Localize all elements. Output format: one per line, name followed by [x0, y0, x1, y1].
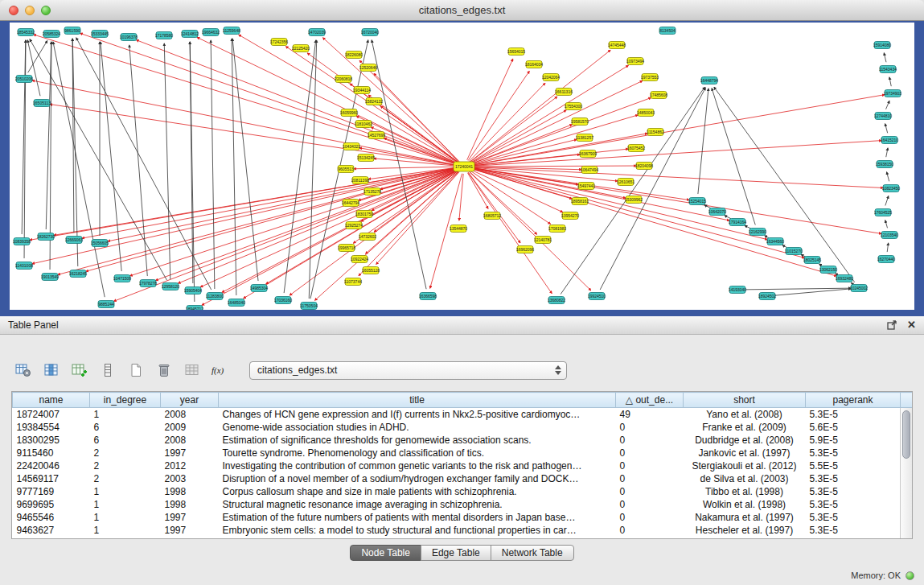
- graph-edge: [470, 97, 651, 163]
- table-row[interactable]: 1872400712008Changes of HCN gene express…: [13, 408, 913, 421]
- table-row[interactable]: 2242004622012Investigating the contribut…: [13, 459, 913, 472]
- vertical-scrollbar[interactable]: [900, 408, 912, 538]
- svg-text:f(x): f(x): [211, 365, 224, 376]
- table-cell: 2008: [161, 434, 219, 447]
- graph-edge: [136, 40, 457, 164]
- graph-edge: [202, 170, 458, 305]
- graph-node-label: 11015270: [785, 249, 803, 253]
- graph-node-label: 19664632: [202, 30, 220, 35]
- graph-node-label: 12140781: [534, 237, 552, 242]
- table-cell: 19384554: [13, 421, 90, 434]
- function-builder-button[interactable]: f(x): [208, 360, 232, 381]
- table-cell: 2003: [161, 472, 219, 485]
- table-disabled-button[interactable]: [180, 360, 204, 381]
- graph-node-label: 12744810: [874, 113, 892, 118]
- graph-edge: [471, 169, 837, 277]
- graph-node-label: 11073744: [344, 279, 362, 284]
- table-row[interactable]: 1456911722003Disruption of a novel membe…: [13, 472, 913, 485]
- graph-node-label: 16611316: [555, 89, 573, 94]
- table-row[interactable]: 946554611997Estimation of the future num…: [13, 511, 913, 524]
- tab-node-table[interactable]: Node Table: [350, 545, 421, 561]
- graph-edge: [471, 166, 636, 167]
- table-cell: de Silva et al. (2003): [684, 472, 806, 485]
- tab-network-table[interactable]: Network Table: [491, 545, 574, 561]
- tab-edge-table[interactable]: Edge Table: [421, 545, 491, 561]
- graph-node-label: 10434321: [343, 144, 360, 149]
- column-header[interactable]: pagerank: [806, 393, 901, 408]
- network-table-select[interactable]: citations_edges.txt: [249, 361, 567, 380]
- table-cell: Wolkin et al. (1998): [684, 498, 806, 511]
- table-cell: 5.3E-5: [806, 511, 901, 524]
- table-row[interactable]: 977716911998Corpus callosum shape and si…: [13, 485, 913, 498]
- graph-node-label: 18226080: [345, 52, 363, 57]
- graph-node-label: 16367909: [579, 151, 597, 156]
- graph-edge: [887, 243, 888, 252]
- graph-edge: [232, 39, 236, 295]
- table-cell: 2: [90, 459, 161, 472]
- table-cell: 5.3E-5: [806, 472, 901, 485]
- network-canvas[interactable]: 1724004118226080125206462206081819344114…: [10, 23, 914, 310]
- column-header[interactable]: short: [684, 393, 806, 408]
- table-cell: Tibbo et al. (1998): [684, 485, 806, 498]
- table-disabled-icon: [184, 363, 200, 377]
- table-cell: Nakamura et al. (1997): [684, 511, 806, 524]
- graph-node-label: 10245002: [850, 286, 868, 290]
- delete-button[interactable]: [152, 360, 176, 381]
- graph-edge: [470, 171, 537, 234]
- graph-node-label: 15134245: [357, 155, 375, 160]
- graph-node-label: 9605513: [338, 167, 354, 171]
- table-row[interactable]: 911546021997Tourette syndrome. Phenomeno…: [13, 447, 913, 459]
- table-row[interactable]: 1830029562008Estimation of significance …: [13, 434, 913, 447]
- graph-node-label: 11431008: [15, 263, 33, 268]
- graph-edge: [712, 89, 755, 225]
- new-file-button[interactable]: [124, 360, 148, 381]
- graph-node-label: 12610651: [617, 179, 634, 184]
- table-cell: Estimation of significance thresholds fo…: [219, 434, 616, 447]
- node-table-header[interactable]: namein_degreeyeartitle△ out_de...shortpa…: [13, 393, 913, 408]
- column-header[interactable]: △ out_de...: [616, 393, 684, 408]
- graph-node-label: 16075452: [627, 146, 645, 150]
- memory-status-icon: [906, 571, 914, 580]
- graph-node-label: 10922424: [351, 257, 368, 262]
- table-settings-button[interactable]: [11, 360, 35, 381]
- window-titlebar[interactable]: citations_edges.txt: [0, 0, 924, 21]
- column-header[interactable]: name: [13, 393, 90, 408]
- graph-node-label: 13680822: [548, 298, 565, 303]
- zoom-window-button[interactable]: [41, 6, 51, 15]
- graph-edge: [53, 42, 105, 297]
- graph-edge: [819, 264, 823, 266]
- graph-node-label: 11543434: [879, 67, 897, 72]
- table-cell: 9699695: [13, 498, 90, 511]
- new-file-icon: [128, 363, 144, 377]
- graph-node-label: 12958120: [162, 284, 179, 289]
- table-panel-body: f(x) citations_edges.txt: [0, 359, 924, 561]
- table-cell: 1998: [161, 498, 219, 511]
- show-columns-button[interactable]: [39, 360, 64, 381]
- column-header[interactable]: title: [219, 393, 616, 408]
- graph-edge: [704, 205, 711, 208]
- minimize-window-button[interactable]: [25, 6, 35, 15]
- graph-node-label: 15654015: [507, 49, 525, 54]
- scrollbar-thumb[interactable]: [902, 410, 910, 459]
- graph-edge: [471, 141, 881, 167]
- graph-edge: [887, 172, 889, 182]
- column-header[interactable]: year: [161, 393, 219, 408]
- graph-edge: [889, 77, 891, 86]
- graph-node-label: 11750504: [300, 303, 318, 308]
- screen: citations_edges.txt 17240041182260801252…: [0, 0, 924, 585]
- column-header[interactable]: in_degree: [90, 393, 161, 408]
- table-row[interactable]: 969969511998Structural magnetic resonanc…: [13, 498, 913, 511]
- graph-node-label: 11283800: [206, 294, 224, 299]
- graph-node-label: 9885244: [98, 302, 114, 307]
- table-row[interactable]: 946362711997Embryonic stem cells: a mode…: [13, 524, 913, 537]
- table-cell: 1997: [161, 524, 219, 537]
- float-panel-icon[interactable]: [887, 320, 897, 330]
- add-column-button[interactable]: [68, 360, 92, 381]
- row-selector-button[interactable]: [96, 360, 120, 381]
- function-icon: f(x): [210, 363, 231, 377]
- close-window-button[interactable]: [9, 6, 18, 15]
- table-cell: Franke et al. (2009): [684, 421, 806, 434]
- table-row[interactable]: 1938455462009Genome-wide association stu…: [13, 421, 913, 434]
- table-cell: 49: [616, 408, 684, 421]
- close-panel-icon[interactable]: ✕: [907, 320, 916, 330]
